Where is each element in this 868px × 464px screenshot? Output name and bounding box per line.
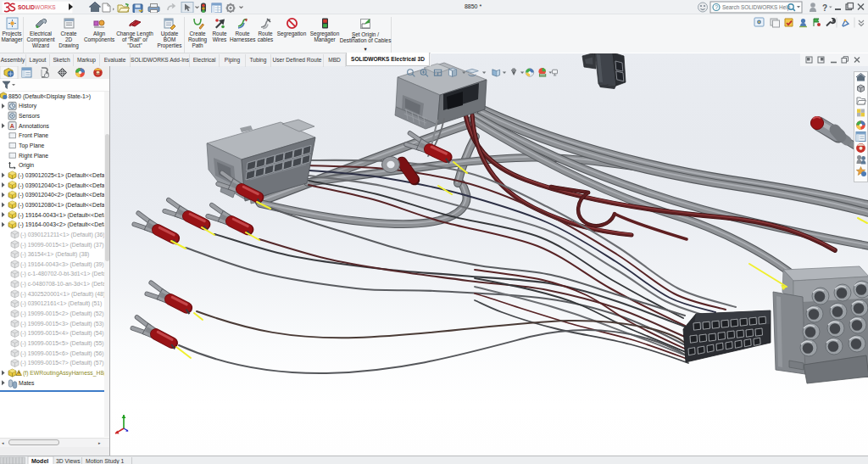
svg-text:(f) EWRoutingAssyHarness_H8(2: (f) EWRoutingAssyHarness_H8(2 (23, 370, 108, 377)
svg-text:(-) 19099-0015<7> (Default) (5: (-) 19099-0015<7> (Default) (57) (20, 360, 104, 366)
svg-text:Motion Study 1: Motion Study 1 (86, 458, 125, 464)
svg-text:(-) 039012040<2> (Default<<De: (-) 039012040<2> (Default<<Default (18, 192, 109, 198)
svg-text:(-) 19099-0015<2> (Default) (5: (-) 19099-0015<2> (Default) (52) (20, 310, 104, 317)
svg-text:Sensors: Sensors (19, 113, 41, 119)
svg-text:8850 (Default<Display State-1: 8850 (Default<Display State-1>) (8, 93, 91, 100)
svg-text:(-) c-0480708-10-an-3d<1> (Def: (-) c-0480708-10-an-3d<1> (Default (20, 281, 109, 288)
svg-text:(-) 19099-0015<5> (Default) (5: (-) 19099-0015<5> (Default) (55) (20, 340, 104, 347)
svg-text:3D Views: 3D Views (56, 458, 81, 464)
svg-text:(-) 19099-0015<3> (Default) (5: (-) 19099-0015<3> (Default) (53) (20, 321, 104, 327)
svg-text:(-) 0390121211<1> (Default) (3: (-) 0390121211<1> (Default) (36) (20, 232, 105, 238)
svg-text:?: ? (715, 4, 718, 10)
svg-text:A: A (10, 123, 14, 129)
svg-text:WORKS: WORKS (35, 4, 56, 10)
svg-text:(-) 4302520001<1> (Default) (4: (-) 4302520001<1> (Default) (48) (20, 291, 105, 298)
svg-text:(-) 19099-0015<4> (Default) (5: (-) 19099-0015<4> (Default) (54) (20, 330, 104, 337)
svg-text:(-) 039012161<1> (Default) (51: (-) 039012161<1> (Default) (51) (20, 300, 102, 307)
svg-text:Right Plane: Right Plane (19, 153, 48, 159)
svg-text:History: History (19, 103, 37, 109)
svg-text:(-) 19099-0015<1> (Default) (3: (-) 19099-0015<1> (Default) (37) (20, 242, 104, 249)
svg-text:(-) 039012025<1> (Default<<De: (-) 039012025<1> (Default<<Default (18, 172, 109, 179)
svg-text:(-) 19164-0043<1> (Default<<D: (-) 19164-0043<1> (Default<<Defau (18, 212, 109, 219)
svg-text:SOLID: SOLID (18, 4, 35, 10)
svg-text:(-) 19099-0015<6> (Default) (5: (-) 19099-0015<6> (Default) (56) (20, 350, 104, 357)
svg-text:Top Plane: Top Plane (19, 143, 44, 149)
svg-text:(-) 19164-0043<2> (Default<<D: (-) 19164-0043<2> (Default<<Defau (18, 221, 109, 228)
svg-text:Model: Model (31, 458, 48, 464)
svg-text:(-) 36154<1> (Default) (38): (-) 36154<1> (Default) (38) (20, 251, 89, 258)
svg-text:Mates: Mates (19, 380, 35, 386)
svg-text:(-) c-1-480702-0-bt-3d1<1> (De: (-) c-1-480702-0-bt-3d1<1> (Default (20, 271, 109, 277)
svg-text:Front Plane: Front Plane (19, 132, 48, 138)
svg-text:Search SOLIDWORKS Help: Search SOLIDWORKS Help (722, 4, 791, 11)
svg-text:(-) 039012080<1> (Default<<De: (-) 039012080<1> (Default<<Default (18, 202, 109, 209)
svg-text:(-) 19164-0043<3> (Default) (3: (-) 19164-0043<3> (Default) (39) (20, 261, 104, 268)
svg-text:(-) 039012040<1> (Default<<De: (-) 039012040<1> (Default<<Default (18, 182, 109, 189)
svg-text:Origin: Origin (19, 162, 34, 169)
svg-text:Annotations: Annotations (19, 123, 50, 129)
svg-text:?: ? (822, 3, 827, 13)
